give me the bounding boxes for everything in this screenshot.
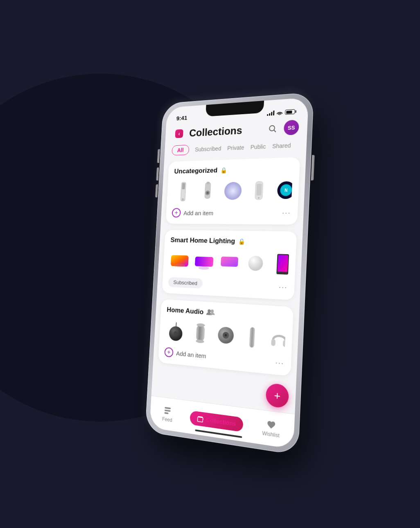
phone-device: 9:41 (145, 92, 314, 455)
lock-icon-lighting: 🔒 (238, 238, 245, 245)
tab-feed-label: Feed (162, 416, 172, 423)
feed-icon (163, 406, 172, 415)
shared-icon (206, 308, 215, 317)
svg-rect-40 (165, 412, 169, 414)
product-5[interactable]: N (274, 178, 292, 202)
svg-rect-8 (207, 182, 210, 184)
product-light-1[interactable] (169, 250, 190, 273)
more-options-button[interactable]: ··· (282, 208, 291, 217)
collection-audio-name: Home Audio (167, 306, 204, 316)
product-speaker-3[interactable] (215, 323, 237, 348)
back-button[interactable]: ‹ (172, 126, 186, 141)
svg-rect-39 (165, 409, 171, 412)
search-button[interactable] (265, 121, 280, 136)
svg-point-17 (248, 256, 263, 271)
product-orb[interactable] (244, 251, 268, 275)
svg-rect-19 (278, 255, 288, 272)
product-device-icon (177, 181, 190, 202)
product-2[interactable] (196, 180, 219, 203)
product-camera-icon (201, 181, 214, 202)
user-avatar[interactable]: SS (284, 120, 299, 135)
svg-rect-10 (256, 184, 262, 195)
shared-people-icon (206, 308, 215, 315)
collection-uncategorized: Uncategorized 🔒 (166, 157, 300, 225)
subscribed-badge: Subscribed (168, 277, 203, 289)
smart-hub-icon (224, 182, 242, 200)
product-3[interactable] (221, 179, 244, 202)
collection-home-audio: Home Audio (158, 299, 294, 376)
product-headphones[interactable] (267, 327, 286, 352)
product-speaker-2[interactable] (189, 321, 212, 345)
lighting-products (169, 250, 289, 277)
collection-uncategorized-header: Uncategorized 🔒 (174, 164, 293, 176)
collections-tab-active: Collections (190, 410, 244, 432)
collection-audio-header: Home Audio (167, 306, 287, 322)
uncategorized-add-row: + Add an item ··· (172, 208, 291, 218)
speaker-round-icon (167, 320, 185, 342)
svg-rect-33 (283, 340, 286, 347)
panel-icon (275, 253, 289, 275)
product-light-2[interactable] (193, 250, 215, 273)
wifi-icon (276, 110, 283, 115)
collection-smart-lighting: Smart Home Lighting 🔒 (162, 230, 297, 300)
add-item-circle-icon: + (172, 208, 181, 217)
light-strip-icon (170, 252, 190, 270)
collection-uncategorized-name: Uncategorized (174, 167, 218, 176)
audio-products (165, 319, 286, 352)
tab-private[interactable]: Private (227, 144, 244, 151)
svg-point-21 (211, 309, 214, 313)
light-strip2-icon (194, 253, 215, 271)
header-actions: SS (265, 120, 299, 136)
speaker-tall-icon (248, 326, 257, 349)
tab-public[interactable]: Public (251, 143, 266, 151)
thermostat-display: N (280, 184, 292, 196)
light-strip3-icon (219, 253, 240, 272)
product-speaker-4[interactable] (240, 325, 264, 350)
phone-frame: 9:41 (145, 92, 314, 455)
signal-icon (267, 111, 274, 116)
collection-lighting-header: Smart Home Lighting 🔒 (170, 236, 290, 246)
svg-point-15 (199, 266, 209, 270)
product-speaker-1[interactable] (165, 319, 187, 343)
back-icon: ‹ (175, 129, 183, 138)
svg-line-1 (274, 130, 275, 132)
thermostat-icon: N (277, 181, 293, 199)
status-icons (267, 109, 296, 116)
product-1[interactable] (173, 181, 194, 203)
app-content: ‹ Collections SS (149, 116, 308, 449)
add-item-label: Add an item (183, 210, 214, 217)
battery-icon (285, 109, 296, 115)
svg-rect-25 (196, 325, 205, 341)
speaker-puck-icon (217, 325, 235, 345)
collections-list: Uncategorized 🔒 (151, 157, 306, 414)
tab-all[interactable]: All (172, 145, 189, 156)
more-options-lighting[interactable]: ··· (278, 283, 288, 292)
status-time: 9:41 (176, 114, 187, 122)
lock-icon: 🔒 (220, 167, 227, 174)
phone-screen: 9:41 (149, 97, 309, 449)
more-options-audio[interactable]: ··· (275, 358, 285, 368)
svg-point-20 (208, 309, 211, 313)
product-purifier-icon (253, 180, 266, 201)
svg-rect-5 (205, 183, 211, 199)
product-panel[interactable] (271, 252, 289, 276)
product-light-3[interactable] (218, 251, 241, 275)
add-item-audio-button[interactable]: + Add an item (164, 347, 206, 361)
tab-shared[interactable]: Shared (272, 142, 291, 149)
tab-feed[interactable]: Feed (162, 405, 173, 423)
page-title: Collections (189, 123, 262, 139)
svg-rect-3 (182, 183, 185, 189)
wishlist-tab-label: Wishlist (262, 430, 280, 438)
collections-tab-label: Collections (206, 416, 236, 427)
product-4[interactable] (247, 179, 271, 202)
tab-subscribed[interactable]: Subscribed (195, 145, 221, 153)
tab-collections[interactable]: Collections (190, 410, 244, 432)
headphones-icon (269, 328, 286, 352)
svg-line-23 (176, 323, 176, 327)
tab-wishlist[interactable]: Wishlist (262, 419, 280, 438)
add-item-button[interactable]: + Add an item (172, 208, 214, 217)
svg-rect-32 (271, 339, 275, 346)
lighting-badge-row: Subscribed ··· (168, 277, 288, 293)
search-icon (268, 124, 277, 133)
add-item-audio-circle: + (164, 347, 174, 357)
